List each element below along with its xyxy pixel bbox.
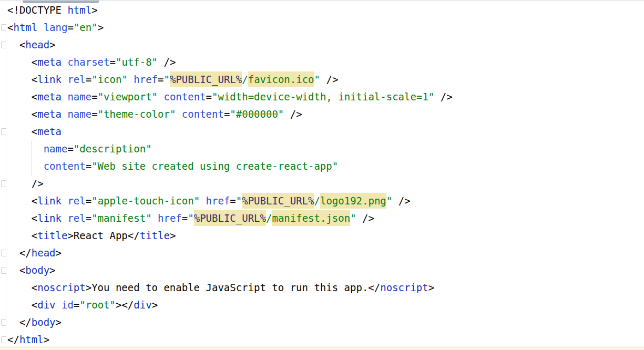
code-line: name="description" bbox=[7, 140, 453, 158]
fold-gutter bbox=[0, 0, 7, 350]
code-token-s: "viewport" bbox=[98, 91, 158, 102]
code-token-p: > bbox=[49, 39, 55, 50]
code-token-t: meta bbox=[37, 91, 62, 102]
code-token-p: < bbox=[7, 126, 37, 137]
code-line: <body> bbox=[7, 262, 453, 279]
fold-marker[interactable] bbox=[1, 336, 6, 343]
code-token-s: "description" bbox=[74, 143, 152, 155]
code-token-t: meta bbox=[37, 56, 62, 68]
code-token-p: > bbox=[170, 230, 176, 241]
fold-marker[interactable] bbox=[1, 267, 6, 274]
code-token-p bbox=[56, 299, 62, 311]
code-token-p: > bbox=[56, 316, 62, 328]
code-token-p: > bbox=[44, 334, 49, 345]
code-token-p bbox=[7, 160, 44, 172]
code-token-p: > bbox=[56, 247, 62, 259]
fold-marker[interactable] bbox=[1, 250, 6, 256]
code-token-a: href bbox=[158, 212, 182, 224]
code-token-p bbox=[62, 56, 67, 68]
code-token-s: " bbox=[314, 74, 320, 85]
code-line: <meta name="theme-color" content="#00000… bbox=[7, 106, 453, 123]
code-token-t: title bbox=[37, 230, 67, 241]
code-token-s: " bbox=[386, 195, 392, 207]
code-token-p bbox=[62, 212, 67, 224]
code-line: /> bbox=[7, 175, 453, 192]
current-line-highlight bbox=[0, 346, 644, 350]
code-line: <html lang="en"> bbox=[7, 19, 453, 36]
code-token-p bbox=[200, 195, 206, 207]
code-area[interactable]: <!DOCTYPE html><html lang="en"> <head> <… bbox=[7, 2, 453, 348]
code-token-ph: %PUBLIC_URL% bbox=[194, 210, 266, 226]
code-token-p bbox=[176, 108, 181, 120]
code-token-p: = bbox=[67, 143, 73, 155]
code-token-t: meta bbox=[37, 108, 62, 120]
code-token-t: div bbox=[134, 299, 151, 311]
code-token-t: head bbox=[32, 247, 56, 259]
code-token-p: < bbox=[7, 22, 13, 33]
code-token-p: > bbox=[91, 4, 97, 16]
code-token-s: " bbox=[350, 212, 356, 224]
code-token-p: < bbox=[7, 74, 37, 85]
code-token-t: meta bbox=[37, 126, 62, 137]
code-token-p: < bbox=[7, 282, 37, 293]
code-token-p: = bbox=[74, 299, 79, 311]
code-token-p: /> bbox=[434, 91, 452, 102]
code-token-p: < bbox=[7, 230, 37, 241]
code-token-a: href bbox=[206, 195, 230, 207]
code-token-t: html bbox=[67, 4, 91, 16]
code-token-a: rel bbox=[67, 74, 85, 85]
code-token-p bbox=[62, 74, 67, 85]
code-token-p: = bbox=[86, 74, 91, 85]
code-token-t: title bbox=[140, 230, 170, 241]
code-token-s: "apple-touch-icon" bbox=[91, 195, 200, 207]
code-line: <head> bbox=[7, 36, 453, 54]
code-token-p: < bbox=[7, 56, 37, 68]
code-token-s: "theme-color" bbox=[98, 108, 176, 120]
code-token-a: charset bbox=[67, 56, 109, 68]
fold-marker[interactable] bbox=[1, 24, 6, 31]
code-token-a: content bbox=[163, 91, 206, 102]
code-token-s: " bbox=[236, 195, 242, 207]
code-token-s: "en" bbox=[74, 22, 98, 33]
code-token-s: "Web site created using create-react-app… bbox=[91, 160, 338, 172]
fold-marker[interactable] bbox=[1, 319, 6, 326]
indent-guide bbox=[32, 141, 32, 176]
fold-marker[interactable] bbox=[1, 42, 6, 48]
code-token-t: body bbox=[32, 316, 56, 328]
code-token-p: = bbox=[91, 108, 97, 120]
code-token-a: name bbox=[44, 143, 68, 155]
code-line: content="Web site created using create-r… bbox=[7, 158, 453, 175]
code-token-p: < bbox=[7, 91, 37, 102]
code-editor: <!DOCTYPE html><html lang="en"> <head> <… bbox=[0, 0, 644, 350]
code-token-p: /> bbox=[7, 178, 44, 189]
code-token-p bbox=[62, 91, 67, 102]
code-token-t: html bbox=[13, 22, 37, 33]
code-token-p: < bbox=[7, 39, 25, 50]
code-token-p: ></ bbox=[116, 299, 134, 311]
code-token-a: rel bbox=[67, 212, 85, 224]
code-line: <link rel="manifest" href="%PUBLIC_URL%/… bbox=[7, 210, 453, 227]
fold-marker[interactable] bbox=[1, 180, 6, 187]
code-token-p: = bbox=[91, 91, 97, 102]
code-token-p: /> bbox=[320, 74, 338, 85]
code-token-p: < bbox=[7, 195, 37, 207]
code-token-a: name bbox=[67, 108, 91, 120]
code-token-p: /> bbox=[356, 212, 374, 224]
code-token-p: = bbox=[110, 56, 116, 68]
code-token-t: body bbox=[25, 264, 49, 276]
fold-marker[interactable] bbox=[1, 128, 6, 135]
code-line: <!DOCTYPE html> bbox=[7, 2, 453, 19]
code-token-s: / bbox=[314, 195, 320, 207]
code-token-t: head bbox=[25, 39, 49, 50]
code-token-p: < bbox=[7, 299, 37, 311]
code-token-p bbox=[152, 212, 158, 224]
code-token-t: link bbox=[37, 74, 62, 85]
code-token-a: id bbox=[62, 299, 74, 311]
code-token-p: = bbox=[206, 91, 212, 102]
fold-gutter-line bbox=[6, 24, 6, 344]
code-token-p: = bbox=[67, 22, 73, 33]
code-token-s: "manifest" bbox=[91, 212, 151, 224]
code-token-p: <!DOCTYPE bbox=[7, 4, 67, 16]
code-token-t: html bbox=[19, 334, 44, 345]
code-line: </head> bbox=[7, 244, 453, 262]
